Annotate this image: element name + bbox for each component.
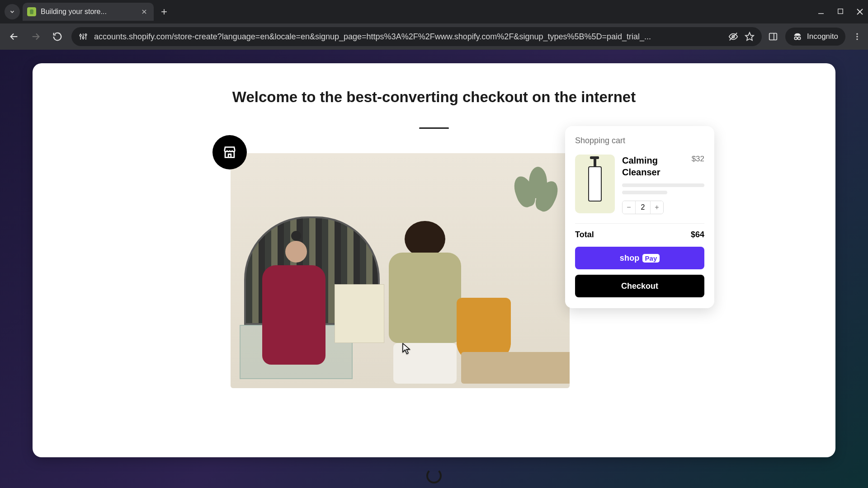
omnibox[interactable]: accounts.shopify.com/store-create?langua… [71,27,762,46]
nav-reload-button[interactable] [50,29,65,44]
incognito-icon [793,32,802,42]
shop-pay-button[interactable]: shopPay [575,247,704,269]
svg-marker-16 [745,33,754,40]
tabs-search-button[interactable] [5,4,20,19]
store-badge [212,135,247,169]
nav-back-button[interactable] [6,29,22,44]
svg-point-22 [856,33,858,35]
tab-close-button[interactable] [141,9,147,15]
incognito-label: Incognito [807,32,838,41]
product-thumbnail [575,155,615,213]
qty-increase-button[interactable]: + [651,201,663,214]
bookmark-star-icon[interactable] [745,32,755,42]
cart-item: Calming Cleanser $32 − 2 + [575,155,704,214]
cart-separator [575,223,704,224]
qty-value: 2 [635,201,651,214]
svg-point-20 [798,37,801,40]
quantity-stepper[interactable]: − 2 + [622,201,664,214]
loading-spinner-icon [426,468,442,483]
shoppay-word: shop [620,253,640,263]
shopify-favicon-icon [27,7,36,16]
page-viewport: Welcome to the best-converting checkout … [0,50,868,488]
headline-divider [419,127,449,129]
nav-forward-button[interactable] [28,29,43,44]
svg-point-12 [82,37,84,39]
qty-decrease-button[interactable]: − [623,201,635,214]
svg-point-11 [80,35,81,37]
skeleton-line [622,191,667,194]
svg-point-23 [856,36,858,37]
browser-tab[interactable]: Building your store... [23,3,154,21]
page-headline: Welcome to the best-converting checkout … [232,89,636,106]
hero-image [231,153,570,388]
browser-menu-button[interactable] [853,32,862,41]
skeleton-line [622,183,704,187]
window-maximize-button[interactable] [837,8,844,15]
cart-title: Shopping cart [575,136,704,145]
address-bar: accounts.shopify.com/store-create?langua… [0,23,868,50]
incognito-indicator[interactable]: Incognito [785,28,845,46]
shoppay-badge: Pay [642,254,660,263]
cursor-icon [402,343,411,355]
tab-strip: Building your store... + [0,0,868,23]
svg-rect-17 [769,33,777,40]
product-name: Calming Cleanser [622,155,687,178]
svg-point-19 [794,37,797,40]
new-tab-button[interactable]: + [156,5,172,18]
tab-title: Building your store... [41,8,107,16]
site-settings-icon[interactable] [79,32,88,41]
svg-point-13 [85,34,87,36]
product-price: $32 [692,155,704,178]
svg-rect-3 [838,9,843,14]
total-label: Total [575,230,594,239]
url-text: accounts.shopify.com/store-create?langua… [94,32,722,42]
window-minimize-button[interactable] [817,8,825,15]
bottle-icon [588,166,602,202]
hero-section: Shopping cart Calming Cleanser $32 − 2 [231,153,637,388]
total-value: $64 [691,230,704,239]
svg-point-24 [856,38,858,40]
shopping-cart-card: Shopping cart Calming Cleanser $32 − 2 [565,126,714,308]
cart-total-row: Total $64 [575,230,704,239]
browser-chrome: Building your store... + accounts.shopif… [0,0,868,50]
onboarding-card: Welcome to the best-converting checkout … [33,63,835,457]
storefront-icon [222,145,237,160]
checkout-button[interactable]: Checkout [575,275,704,297]
window-close-button[interactable] [856,8,863,15]
side-panel-icon[interactable] [768,32,778,42]
eye-off-icon[interactable] [728,32,738,42]
